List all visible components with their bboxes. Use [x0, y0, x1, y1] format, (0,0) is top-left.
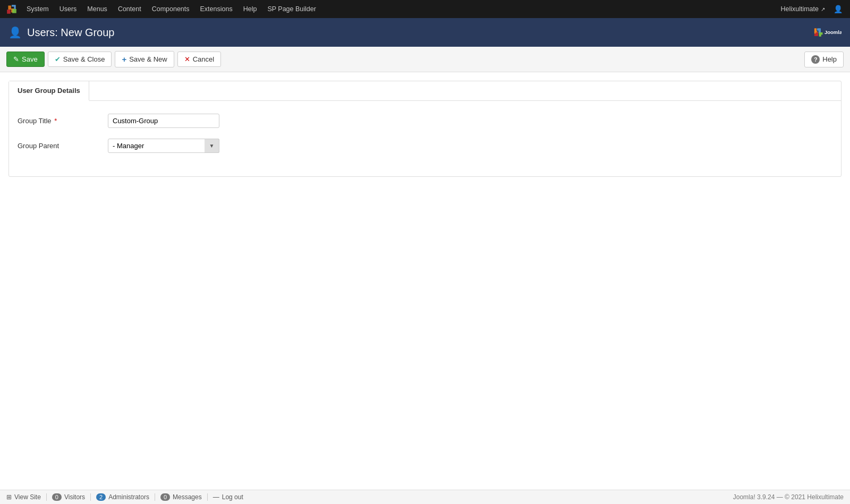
svg-text:Joomla!: Joomla! — [824, 29, 842, 35]
footer: ⊞ View Site 0 Visitors 2 Administrators … — [0, 490, 850, 504]
joomla-logo-header: Joomla! — [814, 22, 842, 42]
nav-item-users[interactable]: Users — [54, 0, 82, 18]
group-parent-field: Group Parent - Manager - Registered - Au… — [18, 139, 832, 153]
main-content: User Group Details Group Title * Group P… — [0, 72, 850, 490]
view-site-item[interactable]: ⊞ View Site — [6, 493, 47, 501]
tab-user-group-details[interactable]: User Group Details — [9, 81, 89, 101]
cancel-label: Cancel — [193, 55, 214, 63]
nav-item-extensions[interactable]: Extensions — [195, 0, 238, 18]
cancel-icon: ✕ — [184, 55, 190, 63]
users-icon: 👤 — [8, 26, 22, 39]
save-icon: ✎ — [13, 55, 19, 63]
toolbar: ✎ Save ✔ Save & Close + Save & New ✕ Can… — [0, 47, 850, 72]
visitors-badge: 0 — [52, 493, 62, 501]
external-link-icon: ↗ — [821, 6, 825, 12]
nav-item-system[interactable]: System — [21, 0, 54, 18]
svg-rect-5 — [819, 34, 821, 37]
tab-content: Group Title * Group Parent - Manager - R… — [9, 101, 841, 176]
toolbar-left: ✎ Save ✔ Save & Close + Save & New ✕ Can… — [6, 51, 221, 67]
messages-item[interactable]: 0 Messages — [155, 493, 208, 501]
save-button[interactable]: ✎ Save — [6, 52, 45, 67]
help-icon: ? — [811, 55, 820, 64]
joomla-logo-svg: Joomla! — [814, 22, 842, 42]
nav-item-help[interactable]: Help — [238, 0, 262, 18]
page-title: Users: New Group — [27, 27, 115, 39]
save-label: Save — [22, 55, 38, 63]
save-new-button[interactable]: + Save & New — [115, 51, 174, 67]
group-parent-select[interactable]: - Manager - Registered - Author - Editor… — [108, 139, 219, 153]
cancel-button[interactable]: ✕ Cancel — [177, 52, 221, 67]
group-parent-select-wrapper: - Manager - Registered - Author - Editor… — [108, 139, 219, 153]
administrators-label: Administrators — [108, 493, 149, 501]
helixultimate-label: Helixultimate — [780, 5, 819, 13]
logout-item[interactable]: — Log out — [208, 493, 249, 501]
group-title-label: Group Title * — [18, 117, 108, 125]
help-label: Help — [822, 55, 837, 63]
top-nav-right: Helixultimate ↗ 👤 — [780, 5, 846, 13]
help-button[interactable]: ? Help — [804, 52, 844, 67]
logout-icon: — — [213, 493, 219, 501]
tab-container: User Group Details Group Title * Group P… — [8, 81, 842, 177]
nav-item-sp-page-builder[interactable]: SP Page Builder — [262, 0, 321, 18]
visitors-item[interactable]: 0 Visitors — [47, 493, 91, 501]
nav-item-menus[interactable]: Menus — [82, 0, 113, 18]
messages-label: Messages — [173, 493, 202, 501]
messages-badge: 0 — [160, 493, 170, 501]
plus-icon: + — [122, 55, 126, 64]
nav-item-components[interactable]: Components — [147, 0, 195, 18]
copyright-text: Joomla! 3.9.24 — © 2021 Helixultimate — [733, 493, 844, 501]
view-site-icon: ⊞ — [6, 493, 12, 501]
nav-menu: System Users Menus Content Components Ex… — [21, 0, 780, 18]
top-navigation: System Users Menus Content Components Ex… — [0, 0, 850, 18]
tab-header: User Group Details — [9, 81, 841, 101]
group-title-input[interactable] — [108, 114, 219, 128]
group-parent-label: Group Parent — [18, 142, 108, 150]
helixultimate-link[interactable]: Helixultimate ↗ — [780, 5, 825, 13]
administrators-badge: 2 — [96, 493, 106, 501]
checkmark-icon: ✔ — [55, 55, 61, 63]
save-close-button[interactable]: ✔ Save & Close — [48, 52, 112, 67]
group-title-field: Group Title * — [18, 114, 832, 128]
footer-left: ⊞ View Site 0 Visitors 2 Administrators … — [6, 493, 733, 501]
header-bar: 👤 Users: New Group Joomla! — [0, 18, 850, 47]
svg-rect-7 — [815, 32, 818, 35]
user-account-icon[interactable]: 👤 — [830, 5, 846, 13]
footer-right: Joomla! 3.9.24 — © 2021 Helixultimate — [733, 493, 844, 501]
visitors-label: Visitors — [64, 493, 85, 501]
title-area: 👤 Users: New Group — [8, 26, 115, 39]
administrators-item[interactable]: 2 Administrators — [91, 493, 155, 501]
save-close-label: Save & Close — [63, 55, 105, 63]
joomla-logo-small-icon[interactable] — [4, 2, 19, 16]
nav-item-content[interactable]: Content — [113, 0, 147, 18]
save-new-label: Save & New — [129, 55, 167, 63]
required-indicator: * — [54, 117, 57, 125]
toolbar-right: ? Help — [804, 52, 844, 67]
view-site-label: View Site — [14, 493, 41, 501]
logout-label: Log out — [222, 493, 243, 501]
